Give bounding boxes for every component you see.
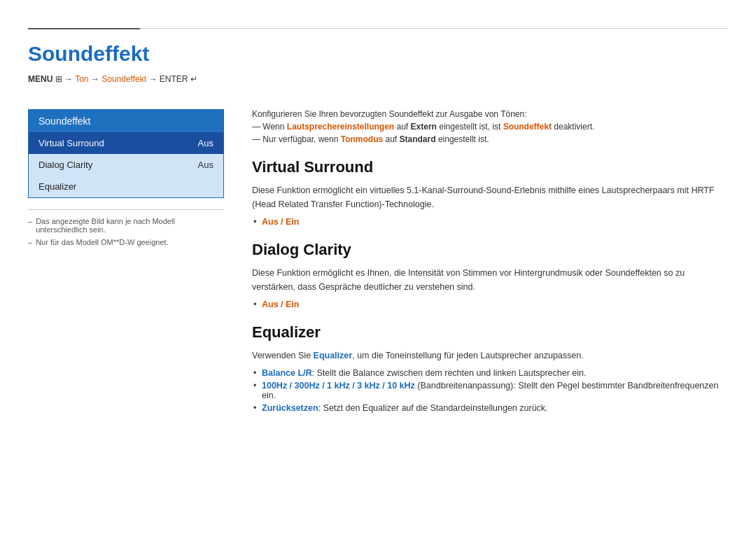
tonmodus-link: Tonmodus	[341, 134, 383, 144]
footnote-1: – Das angezeigte Bild kann je nach Model…	[28, 217, 224, 234]
breadcrumb-menu: MENU	[28, 74, 52, 84]
section-equalizer: Equalizer Verwenden Sie Equalizer, um di…	[252, 323, 728, 413]
bullet-reset: Zurücksetzen: Setzt den Equalizer auf di…	[262, 403, 728, 413]
extern-bold: Extern	[411, 122, 437, 132]
menu-box: Soundeffekt Virtual Surround Aus Dialog …	[28, 109, 224, 198]
aus-ein-dc-link: Aus / Ein	[262, 300, 299, 309]
soundeffekt-link: Soundeffekt	[503, 122, 552, 132]
top-divider	[28, 0, 728, 29]
lautsprechereinstellungen-link: Lautsprechereinstellungen	[287, 122, 394, 132]
intro-dash-1: —	[252, 122, 260, 132]
right-rule	[140, 28, 728, 29]
footnote-dash-1: –	[28, 217, 32, 234]
menu-item-value-virtual-surround: Aus	[198, 138, 214, 148]
equalizer-link: Equalizer	[314, 351, 353, 360]
aus-ein-vs-link: Aus / Ein	[262, 217, 299, 227]
menu-item-virtual-surround[interactable]: Virtual Surround Aus	[29, 132, 223, 154]
bullets-equalizer: Balance L/R: Stellt die Balance zwischen…	[252, 368, 728, 413]
menu-item-label-virtual-surround: Virtual Surround	[38, 138, 104, 148]
breadcrumb-ton: Ton	[75, 74, 88, 84]
breadcrumb-sep3: → ENTER	[148, 74, 190, 84]
footnotes: – Das angezeigte Bild kann je nach Model…	[28, 209, 224, 246]
menu-item-label-dialog-clarity: Dialog Clarity	[38, 160, 92, 170]
footnote-2: – Nur für das Modell OM**D-W geeignet.	[28, 238, 224, 246]
bullets-virtual-surround: Aus / Ein	[252, 217, 728, 227]
section-title-dialog-clarity: Dialog Clarity	[252, 241, 728, 259]
left-panel: Soundeffekt Virtual Surround Aus Dialog …	[28, 109, 224, 420]
right-panel: Konfigurieren Sie Ihren bevorzugten Soun…	[252, 109, 728, 420]
right-intro: Konfigurieren Sie Ihren bevorzugten Soun…	[252, 109, 728, 144]
intro-dash-2: —	[252, 134, 260, 144]
section-dialog-clarity: Dialog Clarity Diese Funktion ermöglicht…	[252, 241, 728, 309]
section-title-virtual-surround: Virtual Surround	[252, 158, 728, 176]
bullet-freq: 100Hz / 300Hz / 1 kHz / 3 kHz / 10 kHz (…	[262, 381, 728, 400]
breadcrumb-sep1: ⊞ →	[55, 74, 75, 84]
menu-item-value-dialog-clarity: Aus	[198, 160, 214, 170]
page-title: Soundeffekt	[28, 42, 728, 66]
freq-link: 100Hz / 300Hz / 1 kHz / 3 kHz / 10 kHz	[262, 381, 415, 391]
menu-item-dialog-clarity[interactable]: Dialog Clarity Aus	[29, 154, 223, 176]
header: Soundeffekt MENU ⊞ → Ton → Soundeffekt →…	[28, 29, 728, 97]
section-title-equalizer: Equalizer	[252, 323, 728, 342]
section-virtual-surround: Virtual Surround Diese Funktion ermöglic…	[252, 158, 728, 227]
menu-box-header: Soundeffekt	[29, 110, 223, 132]
section-desc-equalizer: Verwenden Sie Equalizer, um die Toneinst…	[252, 349, 728, 363]
breadcrumb-enter-icon: ↵	[190, 74, 197, 84]
breadcrumb: MENU ⊞ → Ton → Soundeffekt → ENTER ↵	[28, 74, 728, 84]
bullet-aus-ein-dc: Aus / Ein	[262, 300, 728, 309]
intro-line-2: — Wenn Lautsprechereinstellungen auf Ext…	[252, 122, 728, 132]
menu-item-label-equalizer: Equalizer	[38, 181, 76, 192]
main-body: Soundeffekt Virtual Surround Aus Dialog …	[28, 97, 728, 420]
breadcrumb-sep2: →	[91, 74, 102, 84]
section-desc-dialog-clarity: Diese Funktion ermöglicht es Ihnen, die …	[252, 266, 728, 294]
bullet-aus-ein-vs: Aus / Ein	[262, 217, 728, 227]
standard-bold: Standard	[400, 134, 436, 144]
reset-link: Zurücksetzen	[262, 403, 318, 413]
bullets-dialog-clarity: Aus / Ein	[252, 300, 728, 309]
balance-link: Balance L/R	[262, 368, 312, 378]
breadcrumb-soundeffekt: Soundeffekt	[102, 74, 146, 84]
section-desc-virtual-surround: Diese Funktion ermöglicht ein virtuelles…	[252, 183, 728, 211]
bullet-balance: Balance L/R: Stellt die Balance zwischen…	[262, 368, 728, 378]
footnote-dash-2: –	[28, 238, 32, 246]
menu-item-equalizer[interactable]: Equalizer	[29, 176, 223, 197]
intro-line-3: — Nur verfügbar, wenn Tonmodus auf Stand…	[252, 134, 728, 144]
footnote-text-1: Das angezeigte Bild kann je nach Modell …	[36, 217, 224, 234]
footnote-text-2: Nur für das Modell OM**D-W geeignet.	[36, 238, 169, 246]
intro-line-1: Konfigurieren Sie Ihren bevorzugten Soun…	[252, 109, 728, 119]
